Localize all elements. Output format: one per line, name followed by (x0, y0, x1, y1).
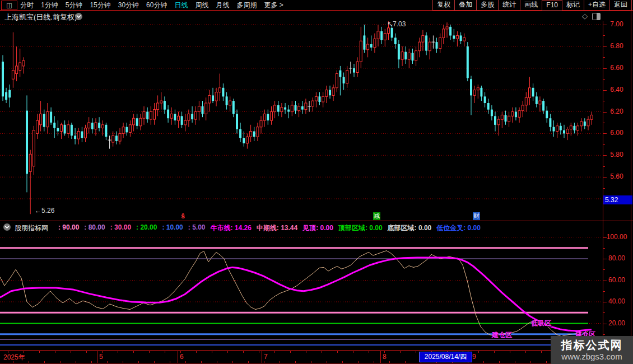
indicator-param-3: : 20.00 (136, 223, 157, 233)
event-marker-ŝ: ŝ (179, 213, 187, 221)
time-tick (416, 351, 416, 353)
indicator-axis-tick (603, 259, 607, 259)
price-axis-label-7.00: 7.00 (603, 20, 630, 28)
time-tick (232, 361, 233, 363)
time-tick (369, 351, 369, 353)
month-label-8: 8 (383, 353, 387, 361)
menu-item-月线[interactable]: 月线 (216, 1, 229, 10)
menu-button-统计[interactable]: 统计 (498, 0, 520, 11)
indicator-axis-tick (603, 324, 607, 324)
time-tick (149, 351, 150, 353)
menu-button-返回[interactable]: 返回 (609, 0, 632, 11)
time-tick (60, 361, 60, 363)
time-tick (227, 351, 228, 353)
chevron-down-icon[interactable] (75, 13, 82, 20)
indicator-axis-tick (603, 237, 607, 238)
time-tick (107, 361, 108, 363)
price-axis-label-6.60: 6.60 (603, 64, 630, 72)
indicator-param-7: 中期线: 13.44 (257, 223, 297, 233)
price-axis-label-6.00: 6.00 (603, 129, 630, 137)
price-axis-tick (603, 35, 605, 36)
time-tick (102, 351, 103, 353)
menu-item-15分钟[interactable]: 15分钟 (90, 1, 110, 10)
time-tick (280, 361, 280, 363)
time-tick (374, 361, 374, 363)
menu-item-周线[interactable]: 周线 (195, 1, 208, 10)
time-tick (322, 351, 322, 353)
menu-button-多股[interactable]: 多股 (476, 0, 499, 11)
time-tick (478, 351, 479, 353)
indicator-chevron-icon[interactable] (3, 223, 11, 231)
diamond-icon[interactable]: ◇ (582, 12, 588, 20)
time-tick (530, 361, 531, 363)
menu-button-标记[interactable]: 标记 (562, 0, 584, 11)
price-axis-label-5.60: 5.60 (603, 172, 630, 180)
indicator-param-2: : 30.00 (110, 223, 131, 233)
low-annotation: ←5.26 (35, 207, 54, 214)
split-pane-icon[interactable] (592, 13, 601, 20)
indicator-param-6: 牛市线: 14.26 (210, 223, 251, 233)
time-tick (311, 361, 311, 363)
price-axis-tick (603, 133, 607, 134)
price-axis-tick (603, 123, 605, 123)
top-menu-bar: ◫ 分时1分钟5分钟15分钟30分钟60分钟日线周线月线多周期更多 > 复权叠加… (0, 0, 633, 11)
panel-divider (0, 221, 633, 221)
price-axis-tick (603, 57, 605, 58)
time-tick (541, 351, 542, 353)
time-tick (264, 361, 264, 363)
bottom-border (0, 363, 633, 363)
time-tick (546, 361, 547, 363)
period-menu: 分时1分钟5分钟15分钟30分钟60分钟日线周线月线多周期更多 > (20, 0, 283, 10)
month-separator (97, 351, 97, 363)
menu-item-1分钟[interactable]: 1分钟 (41, 1, 58, 10)
menu-item-更多 >[interactable]: 更多 > (264, 1, 283, 10)
time-tick (400, 351, 401, 353)
time-tick (133, 351, 134, 353)
month-label-5: 5 (99, 353, 103, 361)
time-tick (55, 351, 55, 353)
menu-item-分时[interactable]: 分时 (20, 1, 34, 10)
window-split-icon[interactable]: ◫ (1, 1, 17, 10)
menu-button-复权[interactable]: 复权 (432, 0, 455, 11)
time-tick (327, 361, 327, 363)
month-label-7: 7 (264, 353, 268, 361)
time-tick (138, 361, 139, 363)
indicator-axis-tick (603, 281, 607, 281)
indicator-name[interactable]: 股朋指标网 (15, 223, 48, 233)
menu-button-叠加[interactable]: 叠加 (454, 0, 477, 11)
crosshair-date-box: 2025/08/14/四 (419, 352, 472, 362)
time-tick (499, 361, 500, 363)
indicator-param-9: 顶部区域: 0.00 (338, 223, 383, 233)
time-tick (154, 361, 155, 363)
candlestick-chart[interactable] (0, 21, 603, 221)
indicator-axis-label-40: 40.00 (603, 297, 630, 305)
time-tick (389, 361, 390, 363)
indicator-param-10: 底部区域: 0.00 (388, 223, 432, 233)
menu-item-60分钟[interactable]: 60分钟 (146, 1, 167, 10)
menu-item-日线[interactable]: 日线 (174, 1, 188, 10)
axis-divider (0, 350, 633, 351)
time-tick (290, 351, 291, 353)
month-separator (178, 351, 178, 363)
time-tick (274, 351, 275, 353)
menu-item-5分钟[interactable]: 5分钟 (66, 1, 83, 10)
menu-button-画线[interactable]: 画线 (520, 0, 542, 11)
price-axis-tick (603, 68, 607, 69)
time-tick (71, 351, 71, 353)
time-tick (337, 351, 338, 353)
time-tick (185, 361, 186, 363)
event-marker-减: 减 (373, 212, 380, 220)
menu-button-+自选[interactable]: +自选 (584, 0, 610, 11)
menu-item-多周期[interactable]: 多周期 (236, 1, 257, 10)
time-tick (118, 351, 118, 353)
time-tick (86, 351, 87, 353)
menu-button-F10[interactable]: F10 (542, 0, 562, 11)
price-axis-tick (603, 90, 607, 91)
indicator-param-5: : 5.00 (188, 223, 206, 233)
price-axis-label-6.40: 6.40 (603, 86, 630, 94)
indicator-chart[interactable] (0, 234, 603, 350)
high-annotation: ↖7.03 (387, 20, 406, 28)
time-tick (494, 351, 495, 353)
menu-item-30分钟[interactable]: 30分钟 (118, 1, 139, 10)
price-axis-label-6.80: 6.80 (603, 42, 630, 50)
